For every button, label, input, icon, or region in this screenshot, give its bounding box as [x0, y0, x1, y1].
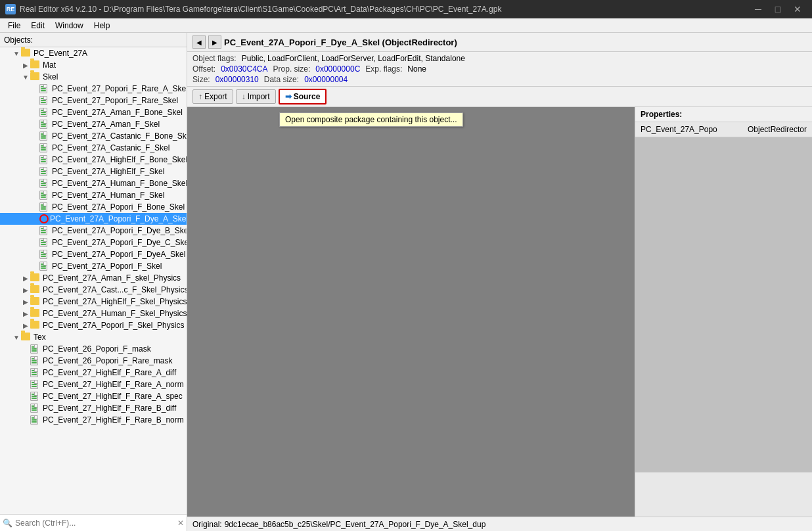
- menu-file[interactable]: File: [3, 20, 26, 32]
- left-panel-wrapper: Objects: ▼ PC_Event_27A ▶ Mat ▼: [0, 33, 187, 531]
- import-button[interactable]: ↓ Import: [236, 89, 276, 104]
- list-item[interactable]: PC_Event_27A_Aman_F_Skel: [0, 118, 187, 130]
- export-button[interactable]: ↑ Export: [192, 89, 233, 104]
- data-size-value: 0x00000004: [304, 75, 348, 84]
- search-box: 🔍 ✕: [0, 514, 187, 531]
- menu-help[interactable]: Help: [89, 20, 116, 32]
- tree-item-highelf-physics[interactable]: ▶ PC_Event_27A_HighElf_F_Skel_Physics: [0, 296, 187, 308]
- file-icon-1: [39, 84, 50, 93]
- tree-label: PC_Event_27A_Popori_F_DyeA_Skel: [52, 250, 185, 259]
- list-item[interactable]: PC_Event_27A_HighElf_F_Skel: [0, 166, 187, 177]
- tree-label: PC_Event_27A_Castanic_F_Bone_Skel: [52, 131, 187, 141]
- file-icon-11: [39, 202, 50, 212]
- menu-edit[interactable]: Edit: [26, 20, 50, 32]
- list-item[interactable]: PC_Event_27A_Popori_F_DyeA_Skel: [0, 248, 187, 260]
- list-item[interactable]: PC_Event_27A_Popori_F_Bone_Skel: [0, 201, 187, 213]
- search-input[interactable]: [15, 519, 177, 528]
- minimize-button[interactable]: ─: [749, 0, 767, 18]
- tree-label-skel: Skel: [43, 72, 58, 81]
- expand-arrow-mat[interactable]: ▶: [21, 62, 30, 69]
- expand-arrow-skel[interactable]: ▼: [21, 74, 30, 81]
- file-icon-t2: [30, 356, 41, 365]
- list-item[interactable]: PC_Event_27A_Human_F_Skel: [0, 189, 187, 201]
- tooltip: Open composite package containing this o…: [279, 112, 463, 127]
- list-item[interactable]: PC_Event_27_HighElf_F_Rare_B_diff: [0, 402, 187, 414]
- statusbar-label: Original:: [192, 520, 222, 529]
- tree-label-mat: Mat: [43, 60, 56, 70]
- list-item[interactable]: PC_Event_26_Popori_F_Rare_mask: [0, 355, 187, 367]
- statusbar: Original: 9dc1ecae_b86ac5b_c25\Skel/PC_E…: [187, 517, 812, 531]
- properties-main: [635, 137, 812, 472]
- export-label: Export: [204, 92, 227, 101]
- search-icon: 🔍: [3, 519, 12, 528]
- tree-label: PC_Event_27A_Aman_F_Bone_Skel: [52, 108, 183, 117]
- list-item[interactable]: PC_Event_26_Popori_F_mask: [0, 343, 187, 355]
- tree-area[interactable]: ▼ PC_Event_27A ▶ Mat ▼ Skel: [0, 47, 187, 514]
- size-label: Size:: [192, 75, 210, 84]
- maximize-button[interactable]: □: [769, 0, 787, 18]
- folder-icon-cast: [30, 285, 41, 294]
- tree-item-root[interactable]: ▼ PC_Event_27A: [0, 47, 187, 59]
- list-item[interactable]: PC_Event_27A_Castanic_F_Skel: [0, 142, 187, 154]
- properties-panel: Properties: PC_Event_27A_Popo ObjectRedi…: [635, 107, 812, 531]
- file-icon-6: [39, 143, 50, 152]
- list-item[interactable]: PC_Event_27A_Popori_F_Dye_C_Skel: [0, 237, 187, 248]
- file-icon-9: [39, 179, 50, 188]
- tree-label-root: PC_Event_27A: [34, 49, 87, 58]
- list-item[interactable]: PC_Event_27A_Popori_F_Dye_B_Skel: [0, 225, 187, 237]
- list-item[interactable]: PC_Event_27A_Human_F_Bone_Skel: [0, 177, 187, 189]
- no-arrow: [30, 85, 39, 93]
- objects-label: Objects:: [4, 35, 33, 45]
- folder-icon: [21, 49, 32, 58]
- tree-item-skel[interactable]: ▼ Skel: [0, 71, 187, 83]
- export-icon: ↑: [198, 92, 202, 101]
- tree-label: PC_Event_27A_Aman_F_Skel: [52, 120, 160, 129]
- list-item[interactable]: PC_Event_27_Popori_F_Rare_A_Skel: [0, 83, 187, 95]
- nav-back-button[interactable]: ◀: [192, 35, 206, 49]
- tree-label: PC_Event_27_HighElf_F_Rare_A_spec: [43, 392, 183, 401]
- data-size-label: Data size:: [264, 75, 299, 84]
- file-icon-16: [39, 262, 50, 271]
- tree-label: PC_Event_27A_Popori_F_Bone_Skel: [52, 202, 185, 212]
- list-item[interactable]: PC_Event_27_HighElf_F_Rare_A_norm: [0, 379, 187, 390]
- list-item[interactable]: PC_Event_27_HighElf_F_Rare_A_diff: [0, 367, 187, 379]
- menu-window[interactable]: Window: [50, 20, 89, 32]
- tree-item-tex[interactable]: ▼ Tex: [0, 331, 187, 343]
- folder-icon-mat: [30, 60, 41, 70]
- tree-item-cast-physics[interactable]: ▶ PC_Event_27A_Cast...c_F_Skel_Physics: [0, 284, 187, 296]
- folder-icon-skel: [30, 72, 41, 81]
- properties-item[interactable]: PC_Event_27A_Popo ObjectRedirector: [635, 122, 812, 137]
- nav-forward-button[interactable]: ▶: [208, 35, 221, 49]
- list-item[interactable]: PC_Event_27A_Castanic_F_Bone_Skel: [0, 130, 187, 142]
- tree-item-aman-physics[interactable]: ▶ PC_Event_27A_Aman_F_skel_Physics: [0, 272, 187, 284]
- app-icon: RE: [5, 4, 16, 14]
- tree-label: PC_Event_27_HighElf_F_Rare_A_diff: [43, 368, 176, 377]
- list-item[interactable]: PC_Event_27_Popori_F_Rare_Skel: [0, 95, 187, 106]
- tree-label-selected: PC_Event_27A_Popori_F_Dye_A_Skel: [50, 214, 187, 223]
- tree-label: PC_Event_27_HighElf_F_Rare_B_diff: [43, 404, 176, 413]
- tree-item-mat[interactable]: ▶ Mat: [0, 59, 187, 71]
- tree-item-human-physics[interactable]: ▶ PC_Event_27A_Human_F_Skel_Physics: [0, 308, 187, 319]
- list-item[interactable]: PC_Event_27A_Popori_F_Skel: [0, 260, 187, 272]
- properties-item-right: ObjectRedirector: [748, 125, 807, 134]
- source-label: Source: [294, 92, 321, 101]
- file-icon-5: [39, 131, 50, 141]
- tree-item-selected[interactable]: PC_Event_27A_Popori_F_Dye_A_Skel: [0, 213, 187, 225]
- tree-label: PC_Event_27A_Popori_F_Skel: [52, 262, 162, 271]
- close-button[interactable]: ✕: [788, 0, 807, 18]
- list-item[interactable]: PC_Event_27_HighElf_F_Rare_A_spec: [0, 390, 187, 402]
- list-item[interactable]: PC_Event_27_HighElf_F_Rare_B_norm: [0, 414, 187, 426]
- file-icon-t5: [30, 392, 41, 401]
- file-icon-10: [39, 191, 50, 200]
- tree-item-popori-physics[interactable]: ▶ PC_Event_27A_Popori_F_Skel_Physics: [0, 319, 187, 331]
- tree-label: PC_Event_26_Popori_F_Rare_mask: [43, 356, 172, 365]
- search-clear-icon[interactable]: ✕: [177, 519, 184, 528]
- file-icon-14: [39, 238, 50, 247]
- file-icon-t3: [30, 368, 41, 377]
- list-item[interactable]: PC_Event_27A_Aman_F_Bone_Skel: [0, 106, 187, 118]
- tree-label: PC_Event_26_Popori_F_mask: [43, 344, 151, 354]
- folder-icon-human: [30, 309, 41, 318]
- source-button[interactable]: ➡ Source: [279, 89, 327, 104]
- expand-arrow-root[interactable]: ▼: [12, 50, 21, 57]
- list-item[interactable]: PC_Event_27A_HighElf_F_Bone_Skel: [0, 154, 187, 166]
